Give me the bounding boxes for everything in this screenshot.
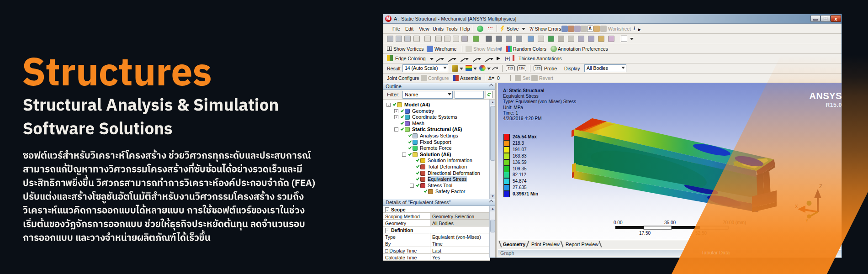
svg-text:Y: Y — [805, 218, 809, 223]
svg-text:35.00: 35.00 — [664, 220, 676, 225]
svg-text:52.50: 52.50 — [695, 231, 707, 236]
svg-text:0.00: 0.00 — [614, 220, 623, 225]
svg-text:X: X — [795, 204, 798, 209]
svg-text:17.50: 17.50 — [639, 231, 651, 236]
svg-text:Z: Z — [819, 184, 822, 189]
svg-text:70.00 (mm): 70.00 (mm) — [723, 220, 746, 225]
